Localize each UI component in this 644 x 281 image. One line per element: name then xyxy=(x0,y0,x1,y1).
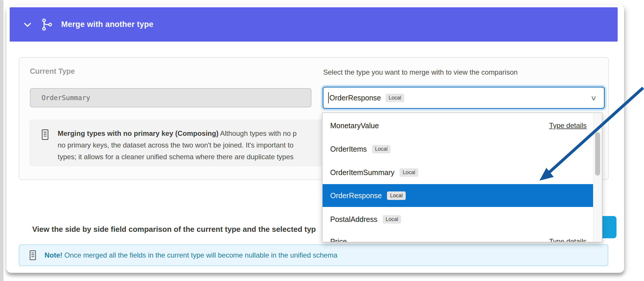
type-details-link[interactable]: Type details xyxy=(549,121,587,130)
section-title: Merge with another type xyxy=(61,20,153,29)
type-dropdown: MonetaryValue Type details OrderItems Lo… xyxy=(322,112,602,242)
section-header[interactable]: Merge with another type xyxy=(10,7,618,42)
dropdown-item-label: OrderItems xyxy=(330,145,367,153)
dropdown-scrollbar-thumb[interactable] xyxy=(595,132,600,176)
dropdown-item-monetaryvalue[interactable]: MonetaryValue Type details xyxy=(323,114,594,137)
document-icon xyxy=(41,129,49,163)
chevron-down-icon[interactable] xyxy=(23,20,32,30)
dropdown-item-orderitemsummary[interactable]: OrderItemSummary Local xyxy=(323,161,594,184)
page: Merge with another type Current Type Sel… xyxy=(0,0,644,281)
background-panel-edge xyxy=(0,0,4,281)
selected-type-value: OrderResponse xyxy=(329,94,381,102)
git-merge-icon xyxy=(40,18,54,31)
dropdown-item-label: PostalAddress xyxy=(330,215,377,224)
dropdown-item-price[interactable]: Price Type details xyxy=(323,230,594,242)
dropdown-scrollbar[interactable] xyxy=(593,113,602,242)
note-box: Note! Once merged all the fields in the … xyxy=(19,244,608,266)
current-type-value: OrderSummary xyxy=(42,94,90,102)
local-badge: Local xyxy=(372,145,390,153)
type-details-link[interactable]: Type details xyxy=(549,237,587,242)
local-badge: Local xyxy=(400,168,418,177)
selected-type-badge: Local xyxy=(386,94,404,102)
text-cursor xyxy=(328,92,329,103)
dropdown-item-label: Price xyxy=(330,237,347,243)
comparison-statement: View the side by side field comparison o… xyxy=(32,225,316,234)
local-badge: Local xyxy=(387,191,405,200)
dropdown-item-label: OrderItemSummary xyxy=(330,168,394,177)
current-type-label: Current Type xyxy=(30,67,75,76)
dropdown-item-orderresponse[interactable]: OrderResponse Local xyxy=(323,184,594,207)
dropdown-item-label: OrderResponse xyxy=(330,191,382,200)
note-text: Note! Once merged all the fields in the … xyxy=(44,251,338,259)
select-chevron-down-icon[interactable]: ∨ xyxy=(590,94,597,102)
dropdown-item-postaladdress[interactable]: PostalAddress Local xyxy=(323,208,594,231)
local-badge: Local xyxy=(383,215,401,224)
dropdown-item-label: MonetaryValue xyxy=(330,121,379,130)
select-type-label: Select the type you want to merge with t… xyxy=(323,68,518,76)
current-type-input: OrderSummary xyxy=(30,88,311,107)
note-document-icon xyxy=(29,250,37,261)
dropdown-item-orderitems[interactable]: OrderItems Local xyxy=(323,138,594,160)
merge-type-select[interactable]: OrderResponse Local ∨ xyxy=(323,87,605,109)
